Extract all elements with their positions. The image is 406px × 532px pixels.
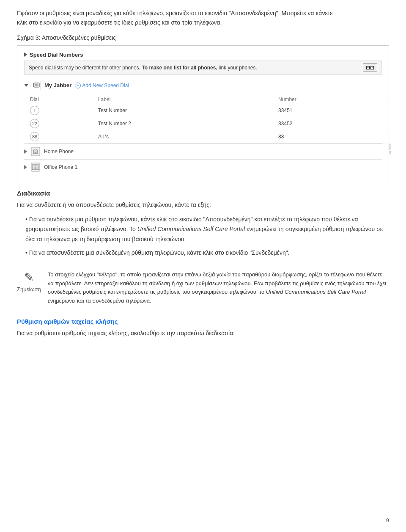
procedure-section: Διαδικασία Για να συνδέσετε ή να αποσυνδ…: [17, 190, 389, 258]
home-phone-row: Home Phone: [24, 143, 382, 159]
table-row: 88 All 's 88: [28, 130, 386, 143]
add-speed-dial-link[interactable]: + Add New Speed Dial: [75, 83, 129, 88]
notice-bar: Speed dial lists may be different for ot…: [24, 61, 382, 75]
bullet-item-2: • Για να αποσυνδέσετε μια συνδεδεμένη ρύ…: [25, 248, 389, 258]
col-dial: Dial: [28, 95, 96, 104]
note-label: Σημείωση: [17, 286, 41, 292]
procedure-intro: Για να συνδέσετε ή να αποσυνδέσετε ρυθμί…: [17, 200, 389, 210]
watermark: 347600: [388, 143, 392, 155]
dial-number-cell: 1: [28, 104, 96, 117]
link-phones-button[interactable]: ⊟⊡: [363, 63, 377, 72]
schema-title: Σχήμα 3: Αποσυνδεδεμένες ρυθμίσεις: [17, 34, 389, 41]
jabber-icon: [32, 81, 41, 90]
dial-number-cell: 22: [28, 117, 96, 130]
expand-triangle-icon[interactable]: [24, 52, 27, 57]
note-pencil-icon: ✎: [24, 270, 34, 284]
my-jabber-row: My Jabber + Add New Speed Dial: [24, 79, 382, 92]
intro-paragraph: Εφόσον οι ρυθμίσεις είναι μοναδικές για …: [17, 8, 389, 28]
note-content: Το στοιχείο ελέγχου "Φίλτρο", το οποίο ε…: [48, 270, 389, 306]
number-cell: 33451: [277, 104, 386, 117]
dial-number-cell: 88: [28, 130, 96, 143]
notice-text: Speed dial lists may be different for ot…: [29, 65, 257, 71]
label-cell: Test Number: [96, 104, 277, 117]
col-label: Label: [96, 95, 277, 104]
svg-point-6: [35, 167, 36, 168]
label-cell: Test Number 2: [96, 117, 277, 130]
svg-rect-5: [32, 165, 39, 170]
speed-dial-setup-section: Ρύθμιση αριθμών ταχείας κλήσης Για να ρυ…: [17, 318, 389, 339]
office-phone-row: Office Phone 1: [24, 159, 382, 175]
speed-dial-setup-heading: Ρύθμιση αριθμών ταχείας κλήσης: [17, 318, 389, 325]
svg-point-1: [35, 84, 38, 86]
my-jabber-expand-icon[interactable]: [24, 84, 28, 87]
plus-icon: +: [75, 83, 81, 88]
table-row: 22 Test Number 2 33452: [28, 117, 386, 130]
home-phone-expand-icon[interactable]: [24, 149, 27, 154]
table-row: 1 Test Number 33451: [28, 104, 386, 117]
number-cell: 88: [277, 130, 386, 143]
label-cell: All 's: [96, 130, 277, 143]
home-phone-icon: [30, 146, 41, 157]
office-phone-icon: [30, 162, 41, 172]
speed-dial-setup-intro: Για να ρυθμίσετε αριθμούς ταχείας κλήσης…: [17, 328, 389, 339]
office-phone-expand-icon[interactable]: [24, 165, 27, 169]
note-box: ✎ Σημείωση Το στοιχείο ελέγχου "Φίλτρο",…: [17, 266, 389, 310]
speed-dial-table: Dial Label Number 1 Test Number 33451 22…: [28, 95, 386, 143]
diagram-box: Speed Dial Numbers Speed dial lists may …: [17, 45, 389, 181]
procedure-heading: Διαδικασία: [17, 190, 389, 197]
speed-dial-header: Speed Dial Numbers: [24, 52, 382, 58]
svg-rect-3: [35, 152, 36, 154]
number-cell: 33452: [277, 117, 386, 130]
bullet-item-1: • Για να συνδέσετε μια ρύθμιση τηλεφώνου…: [25, 215, 389, 245]
col-number: Number: [277, 95, 386, 104]
note-icon-column: ✎ Σημείωση: [17, 270, 41, 306]
